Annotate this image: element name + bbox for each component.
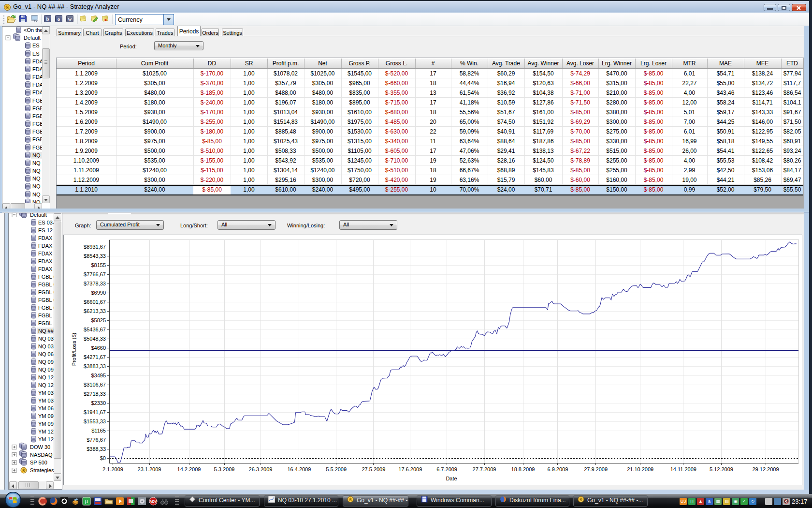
svg-text:23.1.2009: 23.1.2009 (138, 466, 161, 472)
svg-text:Date: Date (446, 476, 457, 481)
svg-text:YM 09-: YM 09- (38, 421, 56, 427)
svg-text:$1165: $1165 (91, 428, 106, 433)
svg-text:S: S (349, 497, 352, 502)
svg-text:27.7.2009: 27.7.2009 (473, 466, 496, 472)
svg-text:YM 06-: YM 06- (38, 405, 56, 411)
svg-text:NASDAQ 1: NASDAQ 1 (30, 452, 57, 458)
svg-text:2.1.2009: 2.1.2009 (102, 466, 123, 472)
svg-text:$0: $0 (100, 455, 106, 461)
svg-text:5.5.2009: 5.5.2009 (326, 466, 347, 472)
svg-text:$1941,67: $1941,67 (84, 409, 106, 415)
svg-text:21.10.2009: 21.10.2009 (627, 466, 653, 472)
svg-text:<On the: <On the (24, 27, 43, 33)
svg-text:$6990: $6990 (91, 290, 106, 296)
svg-text:µ: µ (85, 498, 88, 504)
svg-text:NQ 03-: NQ 03- (38, 344, 56, 349)
svg-text:17.6.2009: 17.6.2009 (398, 466, 422, 472)
svg-text:6.7.2009: 6.7.2009 (436, 466, 457, 472)
svg-text:$2330: $2330 (91, 400, 106, 406)
svg-text:Default: Default (24, 35, 41, 41)
svg-text:NQ: NQ (32, 152, 41, 158)
svg-text:Default: Default (30, 213, 47, 218)
svg-text:27.9.2009: 27.9.2009 (584, 466, 608, 472)
svg-text:$5825: $5825 (91, 317, 106, 323)
svg-text:Strategies: Strategies (30, 467, 54, 473)
svg-text:$4660: $4660 (91, 345, 106, 351)
svg-text:NQ 12-: NQ 12- (38, 374, 56, 380)
svg-text:$3495: $3495 (91, 373, 106, 378)
svg-text:$7766,67: $7766,67 (84, 271, 106, 277)
svg-text:$1553,33: $1553,33 (84, 418, 106, 424)
svg-text:$776,67: $776,67 (87, 437, 106, 443)
svg-text:26.3.2009: 26.3.2009 (249, 466, 273, 472)
svg-text:NQ 03-: NQ 03- (38, 336, 56, 342)
svg-text:NQ 12-: NQ 12- (38, 382, 56, 388)
svg-text:NQ: NQ (32, 168, 41, 174)
svg-text:$6213,33: $6213,33 (84, 308, 106, 314)
svg-text:$2718,33: $2718,33 (84, 391, 106, 397)
svg-text:ES 03-: ES 03- (38, 220, 55, 225)
svg-text:$8155: $8155 (91, 262, 106, 268)
svg-text:ES: ES (32, 51, 40, 57)
svg-text:w: w (68, 16, 72, 22)
svg-text:YM 03-: YM 03- (38, 390, 56, 396)
svg-text:6.9.2009: 6.9.2009 (547, 466, 568, 472)
svg-text:YM 12-: YM 12- (38, 429, 56, 434)
svg-text:SP 500: SP 500 (30, 460, 47, 465)
svg-text:$6601,67: $6601,67 (84, 299, 106, 305)
svg-text:YM 03-: YM 03- (38, 398, 56, 403)
svg-text:DOW 30: DOW 30 (30, 444, 50, 450)
svg-text:NQ ##: NQ ## (38, 328, 54, 334)
svg-text:NQ: NQ (32, 192, 41, 197)
svg-text:$5048,33: $5048,33 (84, 336, 106, 342)
svg-text:NQ: NQ (32, 183, 41, 189)
svg-text:ADV: ADV (150, 500, 157, 503)
svg-text:29.12.2009: 29.12.2009 (752, 466, 779, 472)
svg-text:14.11.2009: 14.11.2009 (670, 466, 696, 472)
svg-text:NQ 09-: NQ 09- (38, 359, 56, 365)
svg-text:$3106,67: $3106,67 (84, 382, 106, 388)
svg-text:27.5.2009: 27.5.2009 (362, 466, 385, 472)
svg-text:Profit/Loss ($): Profit/Loss ($) (71, 333, 77, 366)
svg-text:S: S (23, 468, 25, 473)
svg-text:$8543,33: $8543,33 (84, 253, 106, 259)
svg-text:S: S (580, 497, 582, 502)
svg-text:14.2.2009: 14.2.2009 (177, 466, 201, 472)
svg-text:NQ: NQ (32, 176, 41, 181)
svg-text:YM 09-: YM 09- (38, 413, 56, 419)
svg-text:$3883,33: $3883,33 (84, 363, 106, 369)
svg-text:o: o (58, 16, 60, 22)
svg-text:ES: ES (32, 43, 40, 48)
svg-text:5.12.2009: 5.12.2009 (710, 466, 733, 472)
svg-text:$8931,67: $8931,67 (84, 244, 106, 250)
svg-text:NQ 06-: NQ 06- (38, 351, 56, 357)
svg-text:NQ: NQ (32, 160, 41, 166)
svg-text:b: b (46, 16, 49, 22)
svg-text:S: S (6, 5, 8, 10)
svg-text:$5436,67: $5436,67 (84, 327, 106, 332)
svg-text:16.4.2009: 16.4.2009 (287, 466, 311, 472)
svg-text:$4271,67: $4271,67 (84, 354, 106, 360)
svg-text:$388,33: $388,33 (87, 446, 106, 452)
svg-text:NQ 09-: NQ 09- (38, 367, 56, 373)
svg-text:$7378,33: $7378,33 (84, 281, 106, 286)
svg-text:5.3.2009: 5.3.2009 (214, 466, 235, 472)
svg-text:ES 12-: ES 12- (38, 227, 55, 233)
svg-text:YM 12-: YM 12- (38, 436, 56, 442)
svg-text:18.8.2009: 18.8.2009 (511, 466, 535, 472)
